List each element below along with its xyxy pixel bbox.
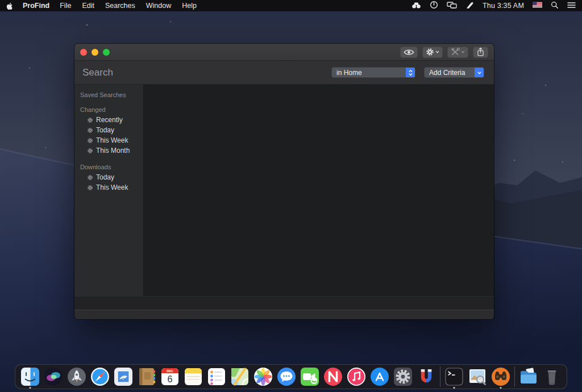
sidebar-section-downloads: Downloads — [74, 156, 143, 172]
close-button[interactable] — [80, 49, 87, 56]
add-criteria-label: Add Criteria — [425, 69, 475, 77]
dock-item-trash[interactable] — [542, 367, 562, 386]
results-footer — [74, 296, 494, 310]
menu-searches[interactable]: Searches — [105, 2, 135, 10]
chevron-down-icon — [461, 51, 465, 53]
sidebar-item-label: This Week — [96, 136, 128, 144]
saved-searches-sidebar: Saved Searches ChangedRecentlyTodayThis … — [74, 85, 144, 296]
window-toolbar — [400, 47, 488, 58]
popup-stepper-icon — [406, 68, 415, 77]
gear-icon — [87, 148, 93, 154]
menu-bar-menus: FileEditSearchesWindowHelp — [60, 2, 197, 10]
tools-button[interactable] — [447, 47, 468, 58]
page-title: Search — [82, 67, 113, 78]
dock-separator — [514, 366, 515, 387]
svg-text:DEC: DEC — [167, 369, 173, 373]
menu-help[interactable]: Help — [182, 2, 197, 10]
dock-item-contacts[interactable] — [137, 367, 156, 386]
sidebar-item-today[interactable]: Today — [74, 172, 143, 182]
status-icons — [411, 1, 474, 11]
dock-item-photos[interactable] — [253, 367, 273, 386]
dock-item-itunes[interactable] — [347, 367, 366, 386]
dock-item-system-preferences[interactable] — [393, 367, 413, 386]
menu-bar: ProFind FileEditSearchesWindowHelp Thu 3… — [0, 0, 582, 11]
window-titlebar[interactable] — [74, 44, 494, 61]
gear-icon — [87, 117, 93, 123]
dock-item-app-store[interactable] — [370, 367, 389, 386]
power-circle-icon[interactable] — [430, 1, 438, 11]
dock-item-siri[interactable] — [44, 367, 63, 386]
apple-menu-icon[interactable] — [6, 2, 14, 10]
status-bar — [74, 310, 494, 319]
sidebar-title: Saved Searches — [74, 88, 143, 98]
scope-popup-button[interactable]: in Home — [331, 67, 415, 78]
active-app-name[interactable]: ProFind — [23, 2, 49, 10]
gear-icon — [87, 127, 93, 134]
gear-icon — [87, 137, 93, 144]
sidebar-item-label: Today — [96, 126, 114, 134]
dock-item-calendar[interactable]: DEC6 — [160, 367, 180, 386]
dock-item-notes[interactable] — [184, 367, 203, 386]
preview-eye-button[interactable] — [400, 47, 418, 58]
dock: DEC6 — [15, 364, 567, 389]
menu-window[interactable]: Window — [146, 2, 171, 10]
sidebar-item-label: Today — [96, 173, 114, 181]
minimize-button[interactable] — [92, 49, 98, 56]
sidebar-item-this-week[interactable]: This Week — [74, 135, 143, 145]
dock-separator — [440, 366, 440, 387]
sidebar-item-label: This Week — [96, 184, 128, 191]
sidebar-item-recently[interactable]: Recently — [74, 115, 143, 125]
dock-item-launchpad[interactable] — [67, 367, 86, 386]
menu-bar-clock[interactable]: Thu 3:35 AM — [483, 2, 524, 10]
results-area[interactable] — [144, 85, 494, 296]
search-header-row: Search in Home Add Criteria — [74, 61, 494, 85]
sidebar-item-this-month[interactable]: This Month — [74, 145, 143, 156]
sidebar-item-this-week[interactable]: This Week — [74, 182, 143, 193]
menu-file[interactable]: File — [60, 2, 71, 10]
dock-item-terminal[interactable] — [444, 367, 464, 386]
spotlight-search-icon[interactable] — [551, 1, 559, 11]
zoom-button[interactable] — [103, 49, 110, 56]
dock-item-safari[interactable] — [90, 367, 110, 386]
action-gear-button[interactable] — [422, 47, 443, 58]
notification-center-icon[interactable] — [567, 2, 576, 10]
dock-item-news[interactable] — [323, 367, 343, 386]
dock-item-maps[interactable] — [230, 367, 250, 386]
add-criteria-button[interactable]: Add Criteria — [424, 67, 484, 78]
chevron-down-icon — [435, 51, 439, 53]
menu-edit[interactable]: Edit — [82, 2, 94, 10]
dock-item-mail[interactable] — [114, 367, 133, 386]
dock-item-facetime[interactable] — [300, 367, 319, 386]
profind-window: Search in Home Add Criteria — [74, 44, 494, 319]
share-button[interactable] — [473, 47, 488, 58]
dock-item-reminders[interactable] — [207, 367, 226, 386]
window-controls — [80, 49, 110, 56]
sidebar-section-changed: Changed — [74, 98, 143, 115]
chevron-down-icon — [475, 68, 484, 77]
stylus-icon[interactable] — [465, 1, 474, 11]
gear-icon — [87, 185, 93, 191]
gear-icon — [87, 174, 93, 181]
dock-item-magnet[interactable] — [417, 367, 436, 386]
dock-item-preview[interactable] — [468, 367, 487, 386]
scope-popup-value: in Home — [332, 69, 406, 77]
dock-item-profind[interactable] — [491, 367, 510, 386]
dock-item-downloads[interactable] — [519, 367, 538, 386]
sidebar-item-label: Recently — [96, 116, 123, 124]
input-source-flag-icon[interactable] — [533, 2, 542, 10]
displays-icon[interactable] — [447, 1, 457, 11]
svg-text:6: 6 — [168, 374, 173, 384]
sidebar-item-today[interactable]: Today — [74, 125, 143, 135]
dock-item-finder[interactable] — [20, 367, 40, 386]
sidebar-item-label: This Month — [96, 147, 130, 155]
dock-item-messages[interactable] — [277, 367, 296, 386]
binoculars-icon[interactable] — [411, 1, 421, 11]
